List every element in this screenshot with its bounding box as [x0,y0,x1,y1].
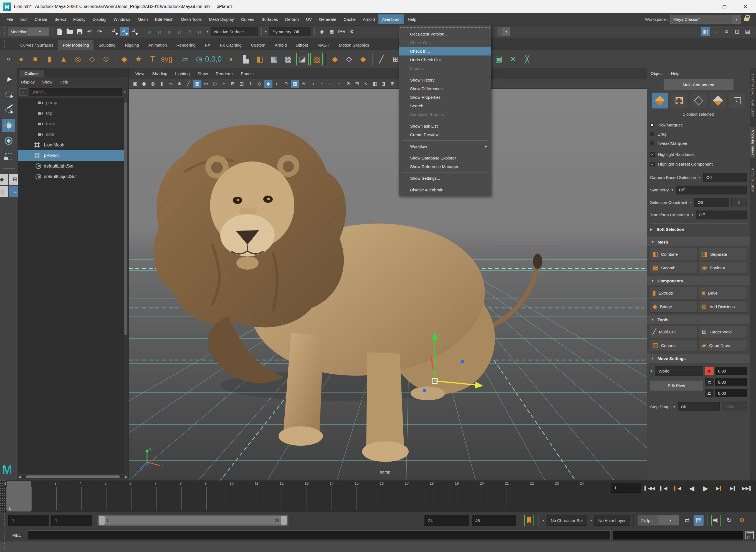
alienbrain-menu-item[interactable]: Show Settings... [399,174,491,182]
chevron-down-icon[interactable]: ▼ [123,91,126,94]
chevron-down-icon[interactable]: ▼ [590,519,593,522]
frame-tick[interactable]: 16 [382,480,407,512]
toolkit-button[interactable]: ▥Connect [650,339,698,352]
frame-tick[interactable]: 7 [156,480,181,512]
chevron-down-icon[interactable]: ▼ [650,370,653,373]
make-live-icon[interactable]: ∩ [195,27,204,36]
smooth-proxy-icon[interactable]: ◆ [329,53,341,65]
outliner-tab[interactable]: Outliner [19,70,44,77]
frame-tick[interactable]: 22 [532,480,557,512]
alienbrain-menu-item[interactable]: Get Latest Version... [399,30,491,38]
viewport-menu-item[interactable]: Shading [149,70,171,78]
frame-tick[interactable]: 5 [107,480,131,512]
uv-cut-sew-icon[interactable]: ╳ [521,53,533,65]
go-to-start-button[interactable]: ▍◀◀ [644,482,656,494]
grip-handle[interactable] [2,530,6,540]
input-field-dropdown[interactable]: ▼ [497,27,510,36]
open-scene-icon[interactable] [65,27,74,36]
poly-cube-icon[interactable]: ■ [29,53,42,65]
chevron-down-icon[interactable]: ▼ [673,405,675,408]
command-input[interactable] [28,530,611,540]
value-field[interactable]: Off [676,185,747,194]
anti-alias-icon[interactable]: ≈ [335,80,344,88]
toolkit-button[interactable]: ▰Quad Draw [699,339,747,352]
platonic-solid-icon[interactable]: ◆ [118,53,131,65]
poly-plane-icon[interactable]: ◇ [86,53,98,65]
section-divider[interactable] [107,27,107,36]
layout-single-pane[interactable]: ◆ [0,174,8,185]
menu-item[interactable]: Windows [110,14,134,24]
select-camera-icon[interactable]: ▣ [131,80,139,88]
step-forward-frame-button[interactable]: ▶▍ [727,482,739,494]
isolate-select-view-icon[interactable]: ⊟ [353,80,361,88]
components-section-header[interactable]: ▼ Components [647,276,750,285]
shelf-options-icon[interactable]: ⚙ [4,57,13,61]
section-divider[interactable] [142,27,142,36]
checkbox-icon[interactable]: ✓ [650,152,655,157]
alienbrain-menu-item[interactable]: Show Reference Manager [399,162,491,171]
wireframe-icon[interactable]: ◇ [255,80,264,88]
menu-item[interactable]: Generate [316,14,340,24]
shelf-tab[interactable]: Sculpting [94,40,120,50]
radio-option[interactable]: Drag [650,130,747,139]
separate-icon[interactable]: ◧ [254,53,266,65]
scrollbar-thumb[interactable] [26,475,120,478]
axis-value-field[interactable]: 0.00 [715,367,747,375]
poly-star-icon[interactable]: ★ [132,53,145,65]
menu-item[interactable]: Cache [340,14,359,24]
outliner-item[interactable]: top [18,108,128,119]
section-divider[interactable] [52,27,52,36]
pane-layout-split-icon[interactable]: ◨ [380,80,388,88]
frame-tick[interactable]: 17 [407,480,432,512]
axis-value-field[interactable]: 0.00 [715,389,747,397]
object-mode-button[interactable] [652,93,668,109]
shadows-icon[interactable]: ◑ [308,80,317,88]
symmetry-field[interactable]: Symmetry: Off [269,27,311,36]
bounding-box-icon[interactable]: ⊙ [282,80,290,88]
menu-tearoff-handle[interactable] [400,26,490,29]
radio-icon[interactable] [650,141,654,145]
menu-item[interactable]: Mesh Display [205,14,238,24]
poly-cone-icon[interactable]: ▲ [57,53,70,65]
chevron-down-icon[interactable]: ▼ [264,30,267,33]
toolkit-button[interactable]: ⊞Target Weld [699,326,747,338]
viewport-canvas[interactable]: y x z persp [129,89,647,480]
frame-tick[interactable]: 14 [332,480,357,512]
face-mode-button[interactable] [710,93,726,109]
outliner-item[interactable]: persp [18,98,128,108]
toolkit-button[interactable]: ◧Combine [650,248,698,260]
viewport-menu-item[interactable]: Renderer [212,70,236,78]
camera-attributes-icon[interactable]: ◎ [149,80,157,88]
evaluation-mode-icon[interactable]: ↻ [724,515,734,526]
select-component-icon[interactable] [130,27,139,36]
render-current-frame-icon[interactable]: ◉ [318,27,326,36]
axis-value-field[interactable]: 0.00 [715,378,747,386]
frame-tick[interactable]: 10 [232,480,257,512]
scroll-right-icon[interactable]: ▶ [125,475,127,479]
radio-icon[interactable] [650,123,654,127]
extra-field[interactable]: 0 [731,198,747,207]
animation-end-field[interactable]: 48 [472,515,516,526]
toolkit-button[interactable]: ◨Separate [699,248,747,260]
redo-icon[interactable]: ↷ [95,27,104,36]
scrollbar-thumb[interactable] [124,102,127,335]
alienbrain-menu-item[interactable]: Set Active Branch... [399,110,491,119]
workspace-dropdown[interactable]: Maya Classic* ▼ [670,15,741,24]
scroll-up-icon[interactable]: ▲ [124,98,128,101]
menu-item[interactable]: File [3,14,17,24]
outliner-menu-item[interactable]: Show [42,80,52,84]
minimize-button[interactable]: — [693,0,714,13]
section-divider[interactable] [261,27,262,36]
outliner-menu-item[interactable]: Help [59,80,68,84]
shelf-tab[interactable]: Animation [144,40,172,50]
menu-item[interactable]: Arnold [359,14,378,24]
undo-icon[interactable]: ↶ [85,27,94,36]
alienbrain-menu-item[interactable] [402,140,488,141]
toolkit-button[interactable]: ╱Multi-Cut [650,326,698,338]
smooth-shade-icon[interactable]: ◆ [264,80,272,88]
textured-icon[interactable]: ▩ [291,80,299,88]
toolkit-button[interactable]: ◉Boolean [699,262,747,274]
script-editor-icon[interactable] [745,531,754,539]
soft-selection-header[interactable]: ▶ Soft Selection [650,223,747,235]
outliner-item[interactable]: defaultObjectSet [18,171,128,182]
